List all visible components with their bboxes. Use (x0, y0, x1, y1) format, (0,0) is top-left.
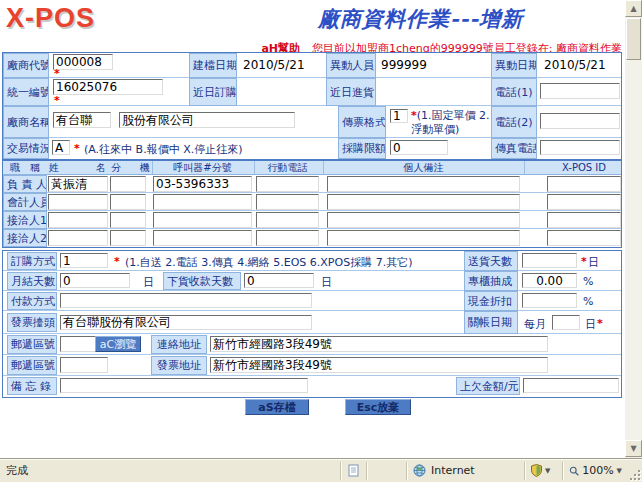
vendor-basic-section: 廠商代號 * 建檔日期 2010/5/21 異動人員 999999 異動日期 2… (2, 52, 622, 160)
phone1-label: 電話(1) (491, 78, 537, 106)
change-staff-value: 999999 (381, 58, 427, 72)
collect-days-input[interactable] (244, 273, 314, 288)
contact-xpos-input[interactable] (547, 212, 621, 228)
vendor-name-label: 廠商名稱 (3, 106, 49, 138)
payment-input[interactable] (60, 293, 312, 308)
closing-date-prefix: 每月 (524, 317, 546, 332)
fax-input[interactable] (540, 140, 620, 155)
row-invoice-title: 發票擡頭 關帳日期 每月 日 * (3, 311, 621, 334)
contact-ext-input[interactable] (110, 230, 146, 246)
zoom-level-value: 100% (582, 464, 613, 477)
order-method-input[interactable] (60, 253, 108, 268)
contact-name-input[interactable] (48, 176, 108, 192)
security-zone-panel: Internet (406, 462, 524, 480)
contact-pager-input[interactable] (153, 194, 252, 210)
contact-name-input[interactable] (48, 230, 108, 246)
phishing-filter-panel[interactable]: ▼ (524, 462, 562, 480)
contact-ext-input[interactable] (110, 176, 146, 192)
header-firstname: 名 (95, 161, 107, 174)
zip1-label: 郵遞區號 (7, 335, 57, 354)
commission-input[interactable] (522, 273, 577, 288)
contact-xpos-input[interactable] (547, 230, 621, 246)
contact-note-input[interactable] (327, 194, 520, 210)
closing-date-required: * (597, 317, 603, 330)
status-text: 完成 (6, 463, 28, 478)
phone1-input[interactable] (540, 83, 620, 99)
invoice-title-input[interactable] (60, 315, 312, 330)
last-amount-label: 上欠金額/元 (456, 377, 520, 395)
monthly-days-unit: 日 (143, 275, 154, 290)
delivery-days-label: 送貨天數 (464, 251, 518, 271)
shield-icon (531, 464, 542, 477)
zone-label: Internet (431, 464, 475, 477)
resize-grip[interactable] (628, 459, 642, 482)
invoice-addr-label: 發票地址 (151, 356, 207, 375)
invoice-title-label: 發票擡頭 (7, 313, 57, 332)
contact-row-liaison2: 接洽人2 (3, 229, 621, 247)
row-vendor-name: 廠商名稱 傳票格式 *(1.固定單價 2.浮動單價) 電話(2) (3, 106, 621, 138)
unified-no-input[interactable] (53, 79, 163, 95)
contact-note-input[interactable] (327, 230, 520, 246)
zip2-input[interactable] (60, 357, 108, 373)
vendor-code-input[interactable] (53, 54, 113, 70)
contact-ext-input[interactable] (110, 212, 146, 228)
header-title: 職 稱 (3, 161, 47, 174)
vendor-code-label: 廠商代號 (3, 53, 49, 78)
delivery-days-input[interactable] (522, 253, 577, 268)
scrollbar-thumb[interactable] (626, 18, 641, 60)
memo-input[interactable] (60, 378, 308, 393)
scroll-up-icon[interactable]: ▲ (625, 0, 642, 17)
contact-pager-input[interactable] (153, 176, 252, 192)
contact-mobile-input[interactable] (256, 212, 319, 228)
contact-pager-input[interactable] (153, 230, 252, 246)
contact-note-input[interactable] (327, 176, 520, 192)
invoice-addr-input[interactable] (210, 357, 548, 373)
contact-addr-input[interactable] (210, 336, 548, 352)
recent-order-label: 近日訂購 (189, 78, 237, 106)
collect-days-label: 下貨收款天數 (163, 272, 241, 290)
vertical-scrollbar[interactable]: ▲ ▼ (625, 0, 642, 458)
save-button[interactable]: aS存檔 (245, 399, 309, 415)
trade-status-hint: (A.往來中 B.報價中 X.停止往來) (84, 142, 242, 157)
contacts-section: 職 稱 姓 名 分 機 呼叫器#分號 行動電話 個人備注 X-POS ID 負 … (2, 160, 622, 248)
contact-mobile-input[interactable] (256, 230, 319, 246)
contact-title-label: 接洽人2 (3, 229, 47, 247)
scroll-down-icon[interactable]: ▼ (625, 440, 642, 457)
trade-status-input[interactable] (52, 140, 70, 155)
vendor-name-input-2[interactable] (119, 112, 295, 128)
trade-status-label: 交易情況 (3, 138, 49, 159)
trade-status-required: * (74, 142, 80, 155)
contact-pager-input[interactable] (153, 212, 252, 228)
purchase-limit-input[interactable] (390, 140, 448, 155)
voucher-format-hint: *(1.固定單價 2.浮動單價) (411, 109, 499, 137)
progress-panel (340, 462, 366, 480)
collect-days-unit: 日 (321, 275, 332, 290)
closing-date-input[interactable] (552, 315, 580, 330)
file-date-label: 建檔日期 (189, 53, 237, 78)
contact-name-input[interactable] (48, 194, 108, 210)
row-payment: 付款方式 現金折扣 % (3, 291, 621, 311)
zip2-label: 郵遞區號 (7, 356, 57, 375)
contact-ext-input[interactable] (110, 194, 146, 210)
spacer-panel (366, 462, 406, 480)
cancel-button[interactable]: Esc放棄 (345, 399, 411, 415)
monthly-days-input[interactable] (60, 273, 130, 288)
zip-browse-button[interactable]: aC瀏覽 (95, 336, 141, 352)
vendor-name-input-1[interactable] (53, 112, 111, 128)
voucher-format-input[interactable] (390, 109, 408, 123)
last-amount-input[interactable] (523, 378, 619, 393)
contact-mobile-input[interactable] (256, 176, 319, 192)
zoom-control[interactable]: 100% ▼ (562, 462, 628, 480)
contact-note-input[interactable] (327, 212, 520, 228)
order-payment-section: 訂購方式 * (1.自送 2.電話 3.傳真 4.網絡 5.EOS 6.XPOS… (2, 250, 622, 398)
header-note: 個人備注 (327, 161, 520, 174)
header-ext-left: 分 (110, 161, 122, 174)
contact-xpos-input[interactable] (547, 176, 621, 192)
contact-name-input[interactable] (48, 212, 108, 228)
contact-xpos-input[interactable] (547, 194, 621, 210)
phone2-input[interactable] (540, 113, 620, 129)
header-mobile: 行動電話 (256, 161, 319, 174)
order-method-hint: (1.自送 2.電話 3.傳真 4.網絡 5.EOS 6.XPOS採購 7.其它… (125, 255, 412, 270)
cash-discount-input[interactable] (522, 293, 577, 308)
contact-mobile-input[interactable] (256, 194, 319, 210)
